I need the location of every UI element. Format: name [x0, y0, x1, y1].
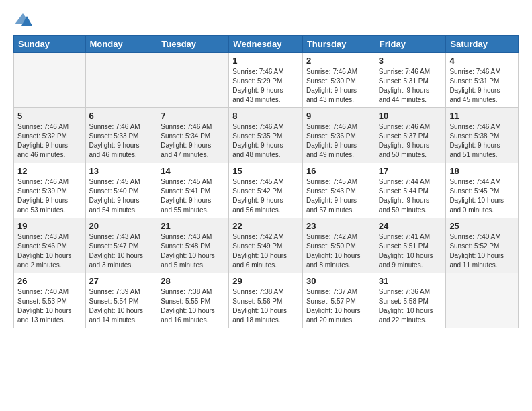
calendar-cell [85, 53, 157, 108]
day-info: Sunrise: 7:43 AM Sunset: 5:47 PM Dayligh… [89, 232, 154, 270]
logo-icon [13, 11, 32, 30]
day-number: 7 [161, 111, 225, 121]
day-number: 29 [232, 276, 299, 286]
day-info: Sunrise: 7:46 AM Sunset: 5:36 PM Dayligh… [306, 122, 371, 160]
header-sunday: Sunday [14, 36, 86, 53]
calendar-cell: 4Sunrise: 7:46 AM Sunset: 5:31 PM Daylig… [446, 53, 519, 108]
day-number: 12 [17, 166, 82, 176]
day-info: Sunrise: 7:38 AM Sunset: 5:56 PM Dayligh… [232, 287, 299, 325]
day-number: 1 [232, 56, 299, 66]
header-thursday: Thursday [302, 36, 375, 53]
calendar-cell: 5Sunrise: 7:46 AM Sunset: 5:32 PM Daylig… [14, 108, 86, 163]
day-info: Sunrise: 7:46 AM Sunset: 5:35 PM Dayligh… [232, 122, 299, 160]
day-info: Sunrise: 7:45 AM Sunset: 5:40 PM Dayligh… [89, 177, 154, 215]
day-number: 11 [449, 111, 515, 121]
day-info: Sunrise: 7:39 AM Sunset: 5:54 PM Dayligh… [89, 287, 154, 325]
calendar-cell: 23Sunrise: 7:42 AM Sunset: 5:50 PM Dayli… [302, 218, 375, 273]
header-row: SundayMondayTuesdayWednesdayThursdayFrid… [14, 36, 519, 53]
calendar-week-5: 26Sunrise: 7:40 AM Sunset: 5:53 PM Dayli… [14, 273, 519, 328]
day-number: 23 [306, 221, 371, 231]
day-info: Sunrise: 7:38 AM Sunset: 5:55 PM Dayligh… [161, 287, 225, 325]
day-info: Sunrise: 7:46 AM Sunset: 5:38 PM Dayligh… [449, 122, 515, 160]
day-info: Sunrise: 7:46 AM Sunset: 5:30 PM Dayligh… [306, 67, 371, 105]
day-info: Sunrise: 7:46 AM Sunset: 5:31 PM Dayligh… [379, 67, 443, 105]
day-info: Sunrise: 7:46 AM Sunset: 5:37 PM Dayligh… [379, 122, 443, 160]
day-number: 6 [89, 111, 154, 121]
day-info: Sunrise: 7:46 AM Sunset: 5:33 PM Dayligh… [89, 122, 154, 160]
calendar-cell: 19Sunrise: 7:43 AM Sunset: 5:46 PM Dayli… [14, 218, 86, 273]
day-info: Sunrise: 7:36 AM Sunset: 5:58 PM Dayligh… [379, 287, 443, 325]
day-number: 25 [449, 221, 515, 231]
day-info: Sunrise: 7:45 AM Sunset: 5:41 PM Dayligh… [161, 177, 225, 215]
header-monday: Monday [85, 36, 157, 53]
page: SundayMondayTuesdayWednesdayThursdayFrid… [0, 0, 532, 335]
header-wednesday: Wednesday [229, 36, 303, 53]
logo [13, 11, 34, 30]
calendar-cell: 24Sunrise: 7:41 AM Sunset: 5:51 PM Dayli… [375, 218, 446, 273]
day-info: Sunrise: 7:37 AM Sunset: 5:57 PM Dayligh… [306, 287, 371, 325]
day-number: 4 [449, 56, 515, 66]
calendar-cell: 10Sunrise: 7:46 AM Sunset: 5:37 PM Dayli… [375, 108, 446, 163]
header-tuesday: Tuesday [157, 36, 229, 53]
day-number: 27 [89, 276, 154, 286]
day-number: 26 [17, 276, 82, 286]
calendar-cell: 22Sunrise: 7:42 AM Sunset: 5:49 PM Dayli… [229, 218, 303, 273]
day-number: 17 [379, 166, 443, 176]
day-info: Sunrise: 7:43 AM Sunset: 5:46 PM Dayligh… [17, 232, 82, 270]
calendar-week-2: 5Sunrise: 7:46 AM Sunset: 5:32 PM Daylig… [14, 108, 519, 163]
header-friday: Friday [375, 36, 446, 53]
calendar-cell: 14Sunrise: 7:45 AM Sunset: 5:41 PM Dayli… [157, 163, 229, 218]
day-number: 10 [379, 111, 443, 121]
calendar-week-1: 1Sunrise: 7:46 AM Sunset: 5:29 PM Daylig… [14, 53, 519, 108]
day-number: 2 [306, 56, 371, 66]
calendar-cell [157, 53, 229, 108]
day-info: Sunrise: 7:46 AM Sunset: 5:34 PM Dayligh… [161, 122, 225, 160]
day-number: 14 [161, 166, 225, 176]
header-saturday: Saturday [446, 36, 519, 53]
day-number: 31 [379, 276, 443, 286]
calendar-cell: 9Sunrise: 7:46 AM Sunset: 5:36 PM Daylig… [302, 108, 375, 163]
day-info: Sunrise: 7:40 AM Sunset: 5:52 PM Dayligh… [449, 232, 515, 270]
calendar-cell: 12Sunrise: 7:46 AM Sunset: 5:39 PM Dayli… [14, 163, 86, 218]
calendar-cell [14, 53, 86, 108]
day-info: Sunrise: 7:43 AM Sunset: 5:48 PM Dayligh… [161, 232, 225, 270]
day-info: Sunrise: 7:46 AM Sunset: 5:32 PM Dayligh… [17, 122, 82, 160]
calendar-cell: 31Sunrise: 7:36 AM Sunset: 5:58 PM Dayli… [375, 273, 446, 328]
calendar-cell: 6Sunrise: 7:46 AM Sunset: 5:33 PM Daylig… [85, 108, 157, 163]
calendar-cell: 2Sunrise: 7:46 AM Sunset: 5:30 PM Daylig… [302, 53, 375, 108]
calendar-cell: 15Sunrise: 7:45 AM Sunset: 5:42 PM Dayli… [229, 163, 303, 218]
day-info: Sunrise: 7:42 AM Sunset: 5:50 PM Dayligh… [306, 232, 371, 270]
calendar-cell: 26Sunrise: 7:40 AM Sunset: 5:53 PM Dayli… [14, 273, 86, 328]
day-info: Sunrise: 7:41 AM Sunset: 5:51 PM Dayligh… [379, 232, 443, 270]
day-number: 30 [306, 276, 371, 286]
day-number: 9 [306, 111, 371, 121]
calendar-cell: 3Sunrise: 7:46 AM Sunset: 5:31 PM Daylig… [375, 53, 446, 108]
day-info: Sunrise: 7:45 AM Sunset: 5:43 PM Dayligh… [306, 177, 371, 215]
day-number: 13 [89, 166, 154, 176]
day-number: 3 [379, 56, 443, 66]
day-info: Sunrise: 7:42 AM Sunset: 5:49 PM Dayligh… [232, 232, 299, 270]
day-number: 19 [17, 221, 82, 231]
day-info: Sunrise: 7:46 AM Sunset: 5:29 PM Dayligh… [232, 67, 299, 105]
day-number: 18 [449, 166, 515, 176]
calendar-cell: 20Sunrise: 7:43 AM Sunset: 5:47 PM Dayli… [85, 218, 157, 273]
day-number: 5 [17, 111, 82, 121]
calendar-week-3: 12Sunrise: 7:46 AM Sunset: 5:39 PM Dayli… [14, 163, 519, 218]
calendar-cell: 28Sunrise: 7:38 AM Sunset: 5:55 PM Dayli… [157, 273, 229, 328]
day-info: Sunrise: 7:46 AM Sunset: 5:39 PM Dayligh… [17, 177, 82, 215]
calendar-cell: 7Sunrise: 7:46 AM Sunset: 5:34 PM Daylig… [157, 108, 229, 163]
day-number: 28 [161, 276, 225, 286]
day-number: 16 [306, 166, 371, 176]
day-number: 24 [379, 221, 443, 231]
calendar-cell: 13Sunrise: 7:45 AM Sunset: 5:40 PM Dayli… [85, 163, 157, 218]
calendar-cell: 21Sunrise: 7:43 AM Sunset: 5:48 PM Dayli… [157, 218, 229, 273]
calendar-cell: 8Sunrise: 7:46 AM Sunset: 5:35 PM Daylig… [229, 108, 303, 163]
day-info: Sunrise: 7:40 AM Sunset: 5:53 PM Dayligh… [17, 287, 82, 325]
calendar-cell: 1Sunrise: 7:46 AM Sunset: 5:29 PM Daylig… [229, 53, 303, 108]
calendar-table: SundayMondayTuesdayWednesdayThursdayFrid… [13, 35, 519, 328]
day-info: Sunrise: 7:46 AM Sunset: 5:31 PM Dayligh… [449, 67, 515, 105]
day-number: 8 [232, 111, 299, 121]
day-number: 21 [161, 221, 225, 231]
calendar-cell: 18Sunrise: 7:44 AM Sunset: 5:45 PM Dayli… [446, 163, 519, 218]
day-info: Sunrise: 7:44 AM Sunset: 5:45 PM Dayligh… [449, 177, 515, 215]
